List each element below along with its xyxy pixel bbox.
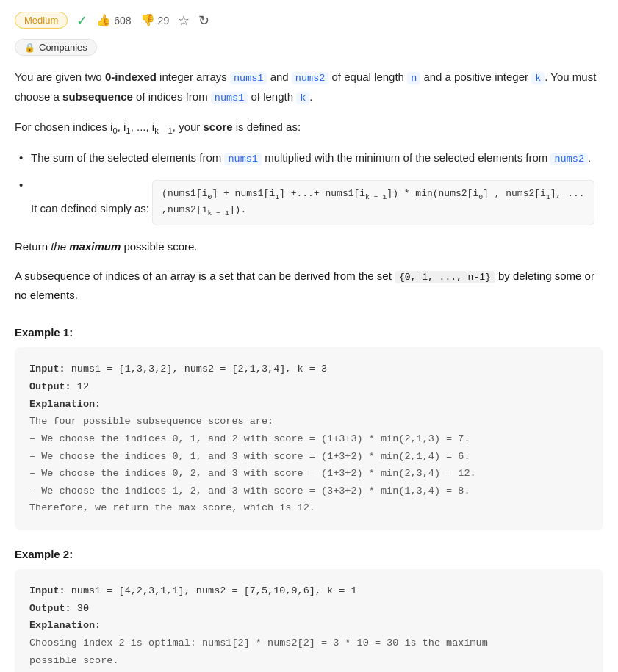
- example-2: Example 2: Input: nums1 = [4,2,3,1,1], n…: [15, 548, 603, 672]
- return-text: Return: [15, 240, 51, 253]
- example1-line-0: The four possible subsequence scores are…: [29, 413, 589, 430]
- subseq-text2: of indices of an array is a set that can…: [90, 270, 395, 282]
- nums1-code: nums1: [230, 72, 267, 84]
- thumbdown-icon: 👎: [140, 13, 155, 27]
- example1-output-label: Output:: [29, 381, 71, 392]
- text3: and a positive integer: [420, 71, 531, 83]
- example2-explanation-lines: Choosing index 2 is optimal: nums1[2] * …: [29, 635, 589, 669]
- bullet-item-1: The sum of the selected elements from nu…: [15, 148, 603, 168]
- score-intro: For chosen indices: [15, 120, 110, 133]
- example2-explanation-label: Explanation:: [29, 620, 101, 631]
- example1-output-line: Output: 12: [29, 378, 589, 396]
- nums2-code: nums2: [292, 72, 329, 84]
- downvote-button[interactable]: 👎 29: [140, 13, 170, 27]
- bold-indexed: 0-indexed: [105, 71, 157, 83]
- examples-section: Example 1: Input: nums1 = [1,3,3,2], num…: [15, 326, 603, 672]
- example1-input-val: nums1 = [1,3,3,2], nums2 = [2,1,3,4], k …: [71, 364, 327, 375]
- nums1-code2: nums1: [211, 92, 248, 104]
- return-text2: possible score.: [121, 240, 197, 253]
- score-comma: , your: [173, 120, 204, 133]
- example2-line-1: possible score.: [29, 652, 589, 670]
- k-code: k: [531, 72, 545, 84]
- problem-intro: You are given two 0-indexed integer arra…: [15, 68, 603, 107]
- example1-block: Input: nums1 = [1,3,3,2], nums2 = [2,1,3…: [15, 347, 603, 530]
- and1: and: [267, 71, 291, 83]
- example2-output-label: Output:: [29, 603, 71, 614]
- thumbup-icon: 👍: [96, 13, 111, 27]
- return-italic: the maximum: [51, 240, 121, 253]
- difficulty-badge[interactable]: Medium: [15, 12, 68, 29]
- score-def-line: For chosen indices i0, i1, ..., ik − 1, …: [15, 118, 603, 138]
- example2-output-val: 30: [77, 603, 89, 614]
- minimum-bold: minimum: [356, 151, 400, 164]
- k-code2: k: [296, 92, 309, 104]
- bullet1-of: of the selected elements from: [400, 151, 550, 164]
- bullet2-text: It can defined simply as:: [31, 202, 152, 214]
- bullet-item-2: It can defined simply as: (nums1[i0] + n…: [15, 176, 603, 230]
- example2-explanation-label-line: Explanation:: [29, 617, 589, 635]
- example1-input-line: Input: nums1 = [1,3,3,2], nums2 = [2,1,3…: [29, 361, 589, 378]
- upvote-count: 608: [114, 15, 131, 26]
- example1-line-5: Therefore, we return the max score, whic…: [29, 499, 589, 517]
- downvote-count: 29: [158, 15, 170, 26]
- example2-title: Example 2:: [15, 548, 603, 560]
- bullet1-nums2: nums2: [550, 153, 588, 165]
- star-button[interactable]: ☆: [178, 12, 190, 29]
- example1-title: Example 1:: [15, 326, 603, 339]
- text7: .: [309, 90, 312, 103]
- text2: of equal length: [328, 71, 407, 83]
- top-bar: Medium ✓ 👍 608 👎 29 ☆ ↻: [15, 12, 603, 29]
- subsequence-bold: subsequence: [62, 90, 133, 103]
- example2-output-line: Output: 30: [29, 600, 589, 618]
- example2-block: Input: nums1 = [4,2,3,1,1], nums2 = [7,5…: [15, 569, 603, 672]
- formula-line1: (nums1[i0] + nums1[i1] +...+ nums1[ik − …: [162, 188, 584, 199]
- formula-block: (nums1[i0] + nums1[i1] +...+ nums1[ik − …: [152, 180, 594, 225]
- n-code: n: [407, 72, 420, 84]
- text1: integer arrays: [157, 71, 230, 83]
- bullet-list: The sum of the selected elements from nu…: [15, 148, 603, 230]
- subsequence-def: A subsequence of indices of an array is …: [15, 267, 603, 305]
- text6: of length: [248, 90, 296, 103]
- maximum-bold-italic: maximum: [69, 240, 121, 253]
- example-1: Example 1: Input: nums1 = [1,3,3,2], num…: [15, 326, 603, 530]
- indices-notation: i0, i1, ..., ik − 1: [110, 120, 173, 133]
- bullet1-end: .: [588, 151, 591, 164]
- example1-explanation-label: Explanation:: [29, 399, 101, 410]
- example1-explanation-lines: The four possible subsequence scores are…: [29, 413, 589, 517]
- example1-line-3: – We choose the indices 0, 2, and 3 with…: [29, 465, 589, 483]
- companies-label: Companies: [39, 42, 87, 53]
- example1-line-2: – We choose the indices 0, 1, and 3 with…: [29, 448, 589, 466]
- bullet1-mult: multiplied with the: [262, 151, 356, 164]
- return-line: Return the maximum possible score.: [15, 237, 603, 256]
- example1-input-label: Input:: [29, 364, 65, 375]
- check-icon: ✓: [76, 12, 87, 29]
- bullet1-nums1: nums1: [224, 153, 262, 165]
- example2-line-0: Choosing index 2 is optimal: nums1[2] * …: [29, 635, 589, 652]
- score-text2: is defined as:: [233, 120, 301, 133]
- example1-line-1: – We choose the indices 0, 1, and 2 with…: [29, 430, 589, 448]
- subseq-a: A: [15, 270, 24, 282]
- subseq-bold: subsequence: [24, 270, 90, 282]
- intro-text: You are given two: [15, 71, 105, 83]
- bullet1-text: The sum of the selected elements from: [31, 151, 224, 164]
- example1-explanation-label-line: Explanation:: [29, 396, 589, 413]
- example1-output-val: 12: [77, 381, 89, 392]
- formula-line2: ,nums2[ik − 1]).: [162, 204, 246, 215]
- set-notation: {0, 1, ..., n-1}: [395, 271, 495, 283]
- example1-line-4: – We choose the indices 1, 2, and 3 with…: [29, 483, 589, 500]
- upvote-button[interactable]: 👍 608: [96, 13, 131, 27]
- text5: of indices from: [133, 90, 211, 103]
- example2-input-label: Input:: [29, 585, 65, 596]
- companies-section[interactable]: 🔒 Companies: [15, 39, 97, 56]
- score-bold: score: [204, 120, 233, 133]
- example2-input-line: Input: nums1 = [4,2,3,1,1], nums2 = [7,5…: [29, 582, 589, 600]
- refresh-button[interactable]: ↻: [198, 12, 209, 29]
- example2-input-val: nums1 = [4,2,3,1,1], nums2 = [7,5,10,9,6…: [71, 585, 357, 596]
- lock-icon: 🔒: [24, 43, 35, 53]
